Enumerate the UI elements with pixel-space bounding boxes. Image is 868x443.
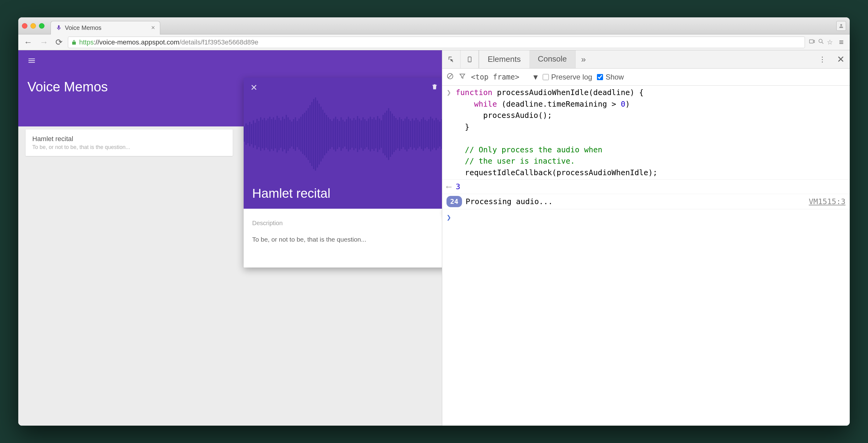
memo-list-item[interactable]: Hamlet recital To be, or not to be, that… [26,129,233,156]
svg-rect-16 [268,119,269,150]
svg-rect-25 [284,119,285,149]
forward-button[interactable]: → [38,36,50,49]
svg-rect-83 [390,111,391,157]
browser-tab[interactable]: Voice Memos × [51,21,160,34]
svg-rect-46 [322,110,323,158]
input-arrow-icon: ❯ [446,87,456,178]
tabs-overflow-button[interactable]: » [575,50,591,68]
svg-rect-88 [399,117,400,151]
show-checkbox[interactable]: Show [597,73,624,81]
svg-rect-109 [437,120,439,148]
svg-rect-76 [377,116,378,152]
svg-rect-80 [384,113,385,155]
svg-rect-24 [282,117,283,151]
camera-icon[interactable] [809,38,815,47]
svg-rect-100 [421,119,422,149]
svg-rect-32 [297,121,298,147]
svg-rect-98 [417,120,418,148]
svg-rect-85 [394,116,395,152]
svg-rect-61 [350,119,351,150]
svg-rect-40 [311,102,312,166]
star-icon[interactable]: ☆ [827,38,833,46]
console-code-input[interactable]: function processAudioWhenIdle(deadline) … [456,87,845,178]
inspect-element-icon[interactable] [442,50,461,68]
svg-rect-93 [408,119,409,149]
svg-rect-35 [302,114,303,154]
frame-selector[interactable]: <top frame> ▼ [471,73,537,81]
svg-rect-5 [247,125,249,143]
svg-rect-99 [419,122,420,147]
svg-rect-4 [246,123,247,145]
svg-rect-31 [295,117,296,151]
tab-title: Voice Memos [65,24,148,31]
svg-rect-104 [428,119,429,149]
reload-button[interactable]: ⟳ [54,36,64,49]
svg-rect-102 [425,120,426,148]
devtools-tabs: Elements Console » ⋮ ✕ [442,50,850,68]
log-source-link[interactable]: VM1515:3 [809,196,845,207]
svg-rect-18 [271,119,272,149]
svg-rect-73 [372,119,373,149]
svg-line-2 [822,42,824,43]
svg-rect-14 [264,118,265,150]
console-prompt-row[interactable]: ❯ [442,209,850,226]
svg-rect-82 [388,108,389,160]
device-mode-icon[interactable] [461,50,479,68]
tab-elements[interactable]: Elements [479,50,529,68]
traffic-lights [22,23,44,29]
svg-rect-92 [406,117,407,151]
console-log-row: 24 Processing audio... VM1515:3 [442,194,850,210]
log-message: Processing audio... [466,196,809,207]
delete-icon[interactable] [431,84,438,92]
description-label: Description [252,220,442,227]
svg-rect-30 [293,119,294,149]
svg-rect-49 [328,117,329,151]
devtools-close-icon[interactable]: ✕ [832,50,850,68]
svg-rect-22 [278,118,280,150]
svg-rect-60 [348,117,349,151]
close-window-button[interactable] [22,23,27,29]
back-button[interactable]: ← [22,36,34,49]
return-arrow-icon: ⟵ [446,181,456,193]
clear-console-icon[interactable] [446,72,454,82]
svg-rect-84 [392,114,393,154]
svg-line-132 [448,75,452,78]
svg-rect-57 [342,120,344,148]
tab-close-button[interactable]: × [151,24,155,32]
url-text: https://voice-memos.appspot.com/details/… [79,38,258,46]
hamburger-menu-icon[interactable] [27,56,433,67]
close-icon[interactable]: ✕ [250,83,257,93]
console-input-row: ❯ function processAudioWhenIdle(deadline… [442,86,850,180]
url-input[interactable]: https://voice-memos.appspot.com/details/… [68,36,805,48]
svg-rect-10 [256,119,258,149]
svg-rect-103 [426,121,428,147]
svg-rect-42 [315,97,316,171]
svg-rect-69 [364,119,366,149]
return-value: 3 [456,181,845,193]
tab-console[interactable]: Console [529,50,575,68]
svg-rect-29 [291,122,292,147]
svg-rect-89 [401,119,402,149]
maximize-window-button[interactable] [39,23,44,29]
svg-rect-108 [436,118,437,150]
profile-button[interactable] [836,21,846,31]
svg-rect-26 [286,115,287,153]
svg-rect-6 [249,122,250,146]
devtools-panel: Elements Console » ⋮ ✕ <top frame> ▼ [442,50,850,425]
memo-item-title: Hamlet recital [32,135,226,143]
svg-rect-11 [258,121,259,147]
svg-rect-47 [324,113,325,155]
browser-menu-button[interactable]: ≡ [837,36,846,48]
search-icon[interactable] [818,38,825,47]
detail-title: Hamlet recital [252,186,331,201]
svg-rect-71 [368,119,369,150]
lock-icon [71,39,77,45]
filter-icon[interactable] [459,72,466,82]
minimize-window-button[interactable] [30,23,36,29]
svg-rect-15 [266,120,267,148]
svg-rect-53 [335,117,336,151]
preserve-log-checkbox[interactable]: Preserve log [543,73,592,81]
svg-rect-101 [423,117,424,151]
browser-tab-bar: Voice Memos × [18,18,850,34]
devtools-menu-icon[interactable]: ⋮ [813,50,832,68]
